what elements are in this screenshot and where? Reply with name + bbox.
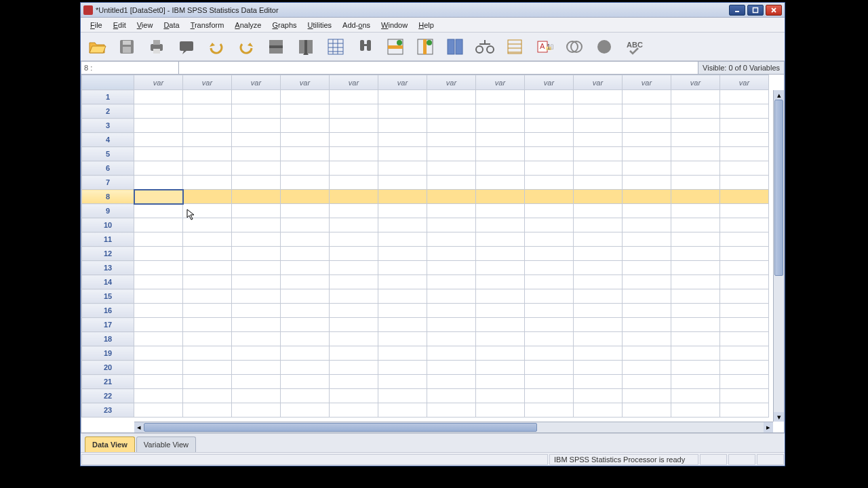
grid-cell[interactable] [720,261,769,275]
grid-cell[interactable] [281,247,330,261]
grid-cell[interactable] [134,361,183,375]
grid-cell[interactable] [623,318,671,332]
grid-cell[interactable] [476,261,525,275]
grid-cell[interactable] [330,275,378,289]
column-header[interactable]: var [623,75,671,90]
grid-cell[interactable] [232,147,281,161]
grid-cell[interactable] [427,133,476,147]
grid-cell[interactable] [183,147,232,161]
grid-cell[interactable] [623,247,671,261]
column-header[interactable]: var [720,75,769,90]
grid-cell[interactable] [183,332,232,346]
grid-cell[interactable] [330,104,378,119]
grid-cell[interactable] [427,119,476,133]
weight-cases-icon[interactable] [473,35,497,59]
grid-cell[interactable] [134,332,183,346]
grid-cell[interactable] [574,318,623,332]
grid-cell[interactable] [623,275,671,289]
grid-cell[interactable] [476,332,525,346]
grid-cell[interactable] [720,90,769,104]
grid-cell[interactable] [232,346,281,361]
grid-cell[interactable] [720,190,769,204]
grid-cell[interactable] [525,161,574,176]
grid-cell[interactable] [427,176,476,190]
menu-view[interactable]: View [132,19,159,31]
grid-cell[interactable] [427,375,476,389]
grid-cell[interactable] [330,176,378,190]
grid-cell[interactable] [330,403,378,418]
scroll-right-icon[interactable]: ▸ [764,422,773,432]
select-cases-icon[interactable] [502,35,527,59]
undo-icon[interactable] [204,35,229,59]
column-header[interactable]: var [232,75,281,90]
grid-cell[interactable] [574,332,623,346]
grid-cell[interactable] [134,403,183,418]
grid-cell[interactable] [574,403,623,418]
grid-cell[interactable] [378,318,427,332]
grid-cell[interactable] [281,289,330,304]
grid-cell[interactable] [720,232,769,247]
grid-cell[interactable] [427,304,476,318]
grid-cell[interactable] [525,247,574,261]
recall-dialog-icon[interactable] [174,35,199,59]
grid-cell[interactable] [525,389,574,403]
grid-cell[interactable] [134,90,183,104]
column-header[interactable]: var [134,75,183,90]
grid-cell[interactable] [720,361,769,375]
grid-cell[interactable] [476,119,525,133]
grid-cell[interactable] [671,304,720,318]
grid-cell[interactable] [232,190,281,204]
redo-icon[interactable] [234,35,258,59]
goto-case-icon[interactable] [264,35,288,59]
grid-cell[interactable] [378,161,427,176]
row-header[interactable]: 1 [82,90,134,104]
grid-cell[interactable] [281,346,330,361]
row-header[interactable]: 14 [82,275,134,289]
grid-cell[interactable] [183,289,232,304]
grid-cell[interactable] [476,90,525,104]
grid-cell[interactable] [720,304,769,318]
row-header[interactable]: 13 [82,261,134,275]
grid-cell[interactable] [574,104,623,119]
grid-cell[interactable] [623,332,671,346]
grid-cell[interactable] [427,403,476,418]
grid-cell[interactable] [183,161,232,176]
grid-cell[interactable] [574,261,623,275]
row-header[interactable]: 5 [82,147,134,161]
grid-cell[interactable] [378,389,427,403]
grid-cell[interactable] [671,176,720,190]
row-header[interactable]: 9 [82,204,134,218]
grid-cell[interactable] [574,218,623,232]
grid-cell[interactable] [720,346,769,361]
grid-cell[interactable] [232,275,281,289]
grid-cell[interactable] [378,403,427,418]
grid-cell[interactable] [232,104,281,119]
grid-cell[interactable] [232,289,281,304]
grid-cell[interactable] [476,361,525,375]
grid-cell[interactable] [476,176,525,190]
scroll-down-icon[interactable]: ▾ [774,412,784,422]
grid-cell[interactable] [574,190,623,204]
grid-cell[interactable] [671,389,720,403]
row-header[interactable]: 3 [82,119,134,133]
grid-cell[interactable] [378,247,427,261]
grid-cell[interactable] [427,361,476,375]
grid-cell[interactable] [623,403,671,418]
grid-cell[interactable] [427,190,476,204]
maximize-button[interactable] [747,5,764,16]
grid-cell[interactable] [574,346,623,361]
grid-cell[interactable] [183,361,232,375]
grid-cell[interactable] [525,346,574,361]
grid-cell[interactable] [378,133,427,147]
grid-cell[interactable] [183,403,232,418]
grid-cell[interactable] [623,289,671,304]
grid-cell[interactable] [476,104,525,119]
grid-cell[interactable] [281,232,330,247]
grid-cell[interactable] [476,304,525,318]
grid-cell[interactable] [574,232,623,247]
grid-cell[interactable] [232,232,281,247]
grid-cell[interactable] [623,176,671,190]
grid-cell[interactable] [671,289,720,304]
grid-cell[interactable] [330,90,378,104]
grid-cell[interactable] [427,161,476,176]
